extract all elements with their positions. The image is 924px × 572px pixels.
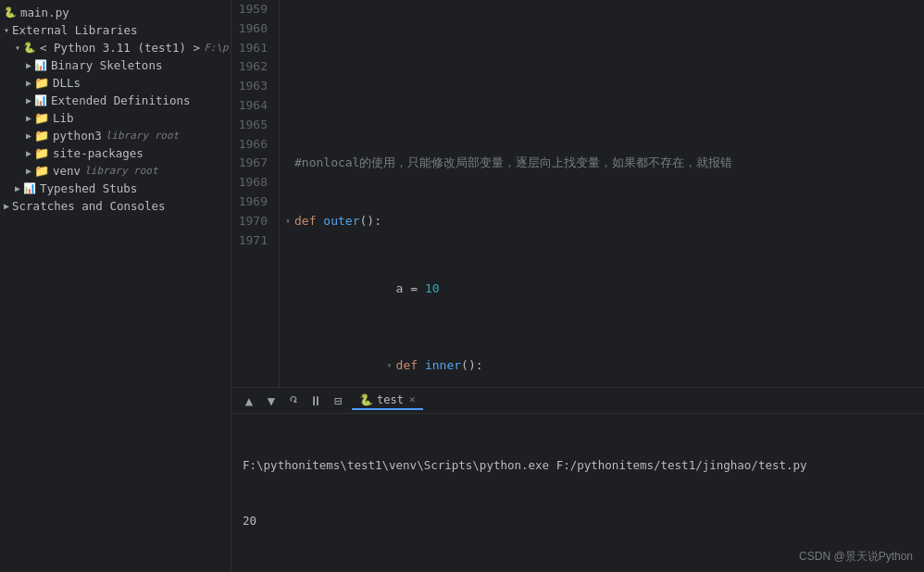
sidebar-item-extended-definitions[interactable]: ▶ 📊 Extended Definitions: [0, 92, 231, 109]
sidebar-label-site-packages: site-packages: [53, 146, 144, 160]
line-1962: 1962: [231, 57, 268, 77]
python-icon: 🐍: [23, 42, 36, 54]
arrow-icon-lib: ▶: [26, 113, 31, 123]
terminal-scroll-down-btn[interactable]: ▼: [261, 391, 281, 411]
fold-arrow-1964[interactable]: ▾: [387, 358, 393, 373]
arrow-icon-extended-defs: ▶: [26, 95, 31, 106]
sidebar-item-scratches[interactable]: ▶ Scratches and Consoles: [0, 197, 231, 215]
sidebar-item-main-py[interactable]: 🐍 main.py: [0, 4, 231, 21]
code-line-1964: ▾def inner():: [294, 346, 924, 385]
folder-icon-dlls: 📁: [34, 76, 49, 90]
editor-pane: 1959 1960 1961 1962 1963 1964 1965 1966 …: [231, 0, 924, 387]
sidebar-label-venv-suffix: library root: [84, 165, 157, 177]
sidebar-label-main-py: main.py: [20, 6, 69, 19]
sidebar-item-lib[interactable]: ▶ 📁 Lib: [0, 109, 231, 127]
terminal-tab-close-btn[interactable]: ×: [409, 393, 416, 405]
sidebar-item-external-libs[interactable]: ▾ External Libraries: [0, 21, 231, 39]
sidebar-item-dlls[interactable]: ▶ 📁 DLLs: [0, 74, 231, 92]
watermark: CSDN @景天说Python: [799, 549, 913, 565]
keyword-def-outer: def: [294, 212, 323, 231]
terminal-clear-btn[interactable]: ⊟: [328, 391, 348, 411]
fold-arrow-1962[interactable]: ▾: [285, 214, 291, 229]
num-10: 10: [425, 280, 440, 299]
line-1966: 1966: [231, 135, 268, 155]
sidebar-label-python3-suffix: library root: [106, 130, 179, 142]
terminal-line-cmd: F:\pythonitems\test1\venv\Scripts\python…: [243, 456, 913, 475]
sidebar-label-scratches: Scratches and Consoles: [12, 199, 166, 213]
arrow-icon-scratches: ▶: [4, 201, 9, 211]
punct-inner: ():: [461, 356, 482, 376]
sidebar: 🐍 main.py ▾ External Libraries ▾ 🐍 < Pyt…: [0, 0, 231, 572]
sidebar-item-site-packages[interactable]: ▶ 📁 site-packages: [0, 144, 231, 162]
terminal-rerun-btn[interactable]: ↻: [283, 391, 304, 411]
sidebar-label-python3: python3: [53, 129, 102, 143]
sidebar-item-python3[interactable]: ▶ 📁 python3 library root: [0, 127, 231, 144]
sidebar-label-typeshed: Typeshed Stubs: [40, 181, 137, 195]
line-1965: 1965: [231, 116, 268, 135]
main-area: 1959 1960 1961 1962 1963 1964 1965 1966 …: [231, 0, 924, 572]
line-numbers: 1959 1960 1961 1962 1963 1964 1965 1966 …: [231, 0, 280, 387]
sidebar-label-extended-definitions: Extended Definitions: [51, 93, 191, 107]
folder-icon-lib: 📁: [34, 111, 49, 125]
terminal-line-20-1: 20: [243, 512, 913, 530]
line-1959: 1959: [231, 0, 268, 19]
folder-icon-python3: 📁: [34, 129, 49, 143]
punct-eq-1963: =: [410, 280, 425, 299]
arrow-icon-venv: ▶: [26, 166, 31, 176]
line-1969: 1969: [231, 193, 268, 212]
python-file-icon: 🐍: [4, 6, 17, 19]
sidebar-label-lib: Lib: [53, 111, 74, 125]
sidebar-item-binary-skeletons[interactable]: ▶ 📊 Binary Skeletons: [0, 56, 231, 74]
bar-chart-icon-typeshed: 📊: [23, 182, 36, 194]
bar-chart-icon-extended: 📊: [34, 94, 47, 106]
sidebar-item-venv[interactable]: ▶ 📁 venv library root: [0, 162, 231, 180]
sidebar-label-dlls: DLLs: [53, 76, 81, 90]
folder-icon-site-packages: 📁: [34, 146, 49, 160]
bar-chart-icon-binary: 📊: [34, 59, 47, 71]
var-a: a: [396, 280, 411, 299]
line-1967: 1967: [231, 154, 268, 173]
terminal-tab-label: test: [377, 393, 404, 406]
arrow-icon-external-libs: ▾: [4, 25, 9, 35]
line-1968: 1968: [231, 173, 268, 193]
sidebar-label-binary-skeletons: Binary Skeletons: [51, 58, 162, 72]
sidebar-label-venv: venv: [53, 164, 81, 178]
fn-inner: inner: [425, 356, 461, 376]
arrow-icon-site-packages: ▶: [26, 148, 31, 158]
code-line-1959: [294, 39, 924, 58]
sidebar-item-python311[interactable]: ▾ 🐍 < Python 3.11 (test1) > F:\p: [0, 39, 231, 56]
fn-outer: outer: [323, 212, 359, 231]
sidebar-label-python311: < Python 3.11 (test1) >: [40, 41, 200, 55]
line-1970: 1970: [231, 212, 268, 231]
folder-icon-venv: 📁: [34, 164, 49, 178]
line-1961: 1961: [231, 39, 268, 58]
sidebar-label-external-libs: External Libraries: [12, 23, 137, 37]
code-line-1960: [294, 96, 924, 116]
arrow-icon-binary-skeletons: ▶: [26, 60, 31, 70]
line-1971: 1971: [231, 231, 268, 251]
terminal-tab-test[interactable]: 🐍 test ×: [352, 392, 423, 410]
terminal-tab-bar: ▲ ▼ ↻ ⏸ ⊟ 🐍 test ×: [231, 388, 924, 414]
terminal-line-blank-1: [243, 567, 913, 572]
code-line-1963: a = 10: [294, 269, 924, 308]
code-line-1961: #nonlocal的使用，只能修改局部变量，逐层向上找变量，如果都不存在，就报错: [294, 154, 924, 173]
line-1964: 1964: [231, 96, 268, 116]
terminal-scroll-up-btn[interactable]: ▲: [239, 391, 259, 411]
sidebar-label-python311-path: F:\p: [204, 42, 229, 54]
comment-nonlocal: #nonlocal的使用，只能修改局部变量，逐层向上找变量，如果都不存在，就报错: [294, 154, 732, 173]
arrow-icon-python3: ▶: [26, 131, 31, 141]
code-editor[interactable]: #nonlocal的使用，只能修改局部变量，逐层向上找变量，如果都不存在，就报错…: [280, 0, 924, 387]
punct-outer: ():: [359, 212, 381, 231]
terminal-stop-btn[interactable]: ⏸: [306, 391, 326, 411]
line-1963: 1963: [231, 77, 268, 96]
line-1960: 1960: [231, 19, 268, 39]
arrow-icon-typeshed: ▶: [15, 183, 20, 193]
code-line-1962: ▾def outer():: [294, 212, 924, 231]
sidebar-item-typeshed[interactable]: ▶ 📊 Typeshed Stubs: [0, 180, 231, 197]
keyword-def-inner: def: [396, 356, 425, 376]
arrow-icon-python311: ▾: [15, 43, 20, 53]
terminal-panel: ▲ ▼ ↻ ⏸ ⊟ 🐍 test × F:\pythonitems\test1\…: [231, 387, 924, 572]
arrow-icon-dlls: ▶: [26, 78, 31, 88]
